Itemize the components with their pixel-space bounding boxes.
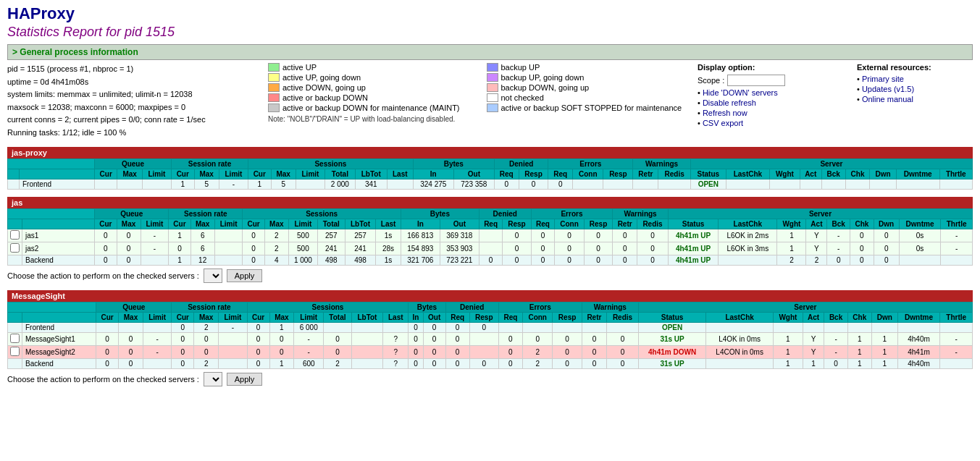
cell: 0 xyxy=(874,229,899,242)
server-checkbox[interactable] xyxy=(10,243,20,253)
col-sub-header: Retr xyxy=(613,219,637,229)
display-link[interactable]: Hide 'DOWN' servers xyxy=(703,88,778,97)
external-link[interactable]: Primary site xyxy=(862,75,904,83)
col-group-header: Queue xyxy=(96,302,172,312)
cell: 0 xyxy=(531,242,554,255)
cell: 1 000 xyxy=(288,255,317,265)
cell: 241 xyxy=(317,242,345,255)
cell xyxy=(803,322,824,332)
cell: Y xyxy=(803,345,824,358)
col-sub-header xyxy=(22,219,95,229)
cell xyxy=(940,358,973,368)
general-section-header[interactable]: > General process information xyxy=(7,44,973,60)
cell: 31s UP xyxy=(638,332,705,345)
cell: 0 xyxy=(584,255,612,265)
legend-area: active UPbackup UPactive UP, going downb… xyxy=(268,63,683,140)
stats-table: QueueSession rateSessionsBytesDeniedErro… xyxy=(7,208,973,266)
col-sub-header: In xyxy=(401,219,440,229)
cell: 0 xyxy=(613,255,637,265)
action-select[interactable] xyxy=(204,268,222,283)
cell: 0 xyxy=(96,345,119,358)
col-sub-header: Conn xyxy=(522,312,553,322)
col-sub-header: Total xyxy=(317,219,345,229)
table-row: jas200-060250024124128s154 893353 903000… xyxy=(8,242,973,255)
col-sub-header: Retr xyxy=(633,169,658,179)
col-sub-header: Redis xyxy=(607,312,639,322)
proxy-name: jas xyxy=(7,197,973,208)
cell: 0 xyxy=(172,322,194,332)
col-sub-header: Cur xyxy=(243,219,264,229)
cell: 257 xyxy=(345,229,376,242)
display-link[interactable]: Disable refresh xyxy=(703,98,756,107)
cell: 0 xyxy=(95,229,117,242)
cell xyxy=(143,358,171,368)
cell: 6 xyxy=(190,229,214,242)
col-group-header: Session rate xyxy=(172,302,247,312)
scope-input[interactable] xyxy=(727,75,785,86)
col-sub-header: Wght xyxy=(777,219,806,229)
cell xyxy=(899,255,940,265)
external-link[interactable]: Online manual xyxy=(862,95,913,103)
cell: 0 xyxy=(194,345,219,358)
cell xyxy=(351,332,382,345)
cell: 600 xyxy=(294,358,324,368)
legend-item: backup UP xyxy=(487,63,684,72)
cell: 0 xyxy=(243,242,264,255)
cell: ? xyxy=(383,358,409,368)
external-link[interactable]: Updates (v1.5) xyxy=(862,85,914,93)
cell xyxy=(94,179,117,189)
display-link[interactable]: Refresh now xyxy=(703,109,747,117)
external-resources: External resources: • Primary site• Upda… xyxy=(857,63,973,140)
proxy-name: MessageSight xyxy=(7,290,973,302)
cell: 4h41m DOWN xyxy=(638,345,705,358)
col-sub-header: Chk xyxy=(847,312,871,322)
col-sub-header xyxy=(8,219,22,229)
apply-button[interactable]: Apply xyxy=(227,373,263,386)
col-sub-header: Dwn xyxy=(871,312,897,322)
main-title: HAProxy xyxy=(7,4,973,23)
cell xyxy=(658,179,691,189)
cell: 0 xyxy=(95,255,117,265)
col-group-header: Warnings xyxy=(582,302,638,312)
cell xyxy=(383,322,409,332)
col-sub-header: Limit xyxy=(288,219,317,229)
server-checkbox[interactable] xyxy=(10,334,20,343)
cell: 0 xyxy=(582,345,607,358)
cell: 0 xyxy=(95,242,117,255)
cell xyxy=(939,179,972,189)
col-sub-header: Bck xyxy=(827,219,850,229)
col-sub-header: Cur xyxy=(96,312,119,322)
col-sub-header: Req xyxy=(531,219,554,229)
cell xyxy=(522,322,553,332)
cell: 0 xyxy=(637,242,669,255)
col-sub-header: Max xyxy=(269,312,294,322)
cell: 0 xyxy=(874,255,899,265)
cell: - xyxy=(827,229,850,242)
col-group-header: Denied xyxy=(445,302,498,312)
col-sub-header: Conn xyxy=(555,219,585,229)
cell xyxy=(142,179,171,189)
display-link[interactable]: CSV export xyxy=(703,119,743,127)
col-sub-header: Max xyxy=(117,219,141,229)
apply-button[interactable]: Apply xyxy=(227,269,263,282)
cell: 0 xyxy=(423,322,445,332)
process-info: pid = 1515 (process #1, nbproc = 1)uptim… xyxy=(7,63,254,140)
sub-title: Statistics Report for pid 1515 xyxy=(7,25,973,40)
process-info-line: Running tasks: 1/12; idle = 100 % xyxy=(7,127,254,140)
row-name: Frontend xyxy=(22,322,96,332)
cell: 0 xyxy=(119,358,143,368)
cell: - xyxy=(827,242,850,255)
cell: 1 xyxy=(847,332,871,345)
cell: 2 xyxy=(194,322,219,332)
cell: OPEN xyxy=(638,322,705,332)
process-info-line: maxsock = 12038; maxconn = 6000; maxpipe… xyxy=(7,101,254,114)
cell xyxy=(896,179,939,189)
server-checkbox[interactable] xyxy=(10,347,20,356)
col-sub-header: Resp xyxy=(553,312,582,322)
action-select[interactable] xyxy=(204,372,222,386)
col-sub-header: Req xyxy=(498,312,522,322)
row-name: Backend xyxy=(22,255,95,265)
col-group-header: Queue xyxy=(94,158,171,169)
server-checkbox[interactable] xyxy=(10,230,20,240)
cell: 2 xyxy=(264,242,288,255)
